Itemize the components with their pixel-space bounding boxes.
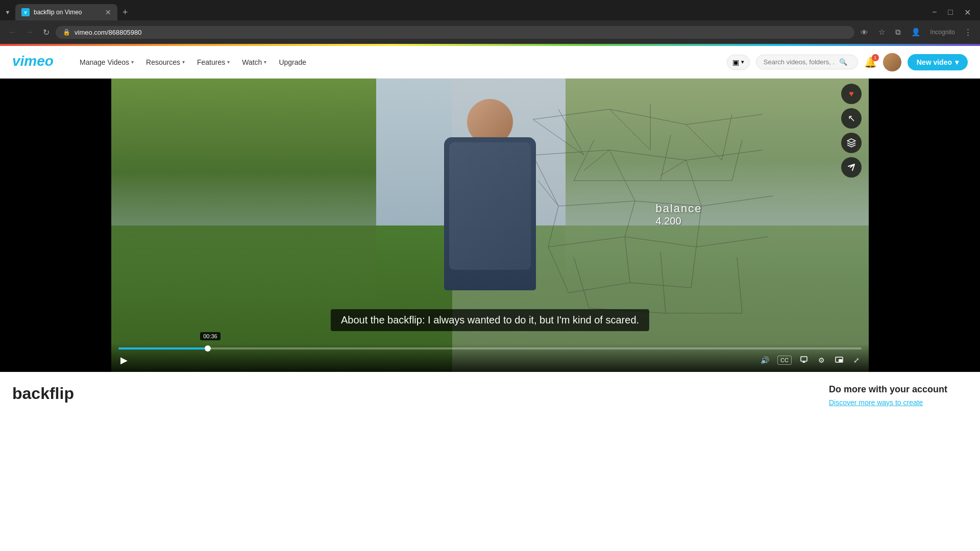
svg-text:vimeo: vimeo: [12, 53, 54, 68]
black-sidebar-right: [869, 79, 980, 372]
vimeo-logo[interactable]: vimeo: [12, 53, 58, 71]
chevron-down-icon: ▾: [227, 59, 230, 65]
svg-rect-45: [839, 359, 842, 362]
nav-watch[interactable]: Watch ▾: [237, 54, 272, 70]
main-nav: Manage Videos ▾ Resources ▾ Features ▾ W…: [75, 54, 715, 70]
tab-close-button[interactable]: ✕: [105, 8, 111, 16]
svg-line-40: [732, 140, 742, 181]
new-video-button[interactable]: New video ▾: [908, 54, 968, 70]
video-player[interactable]: balance 4.200 About the backflip: I alwa…: [111, 79, 869, 372]
back-button[interactable]: ←: [5, 26, 19, 39]
avatar-image: [883, 53, 901, 71]
menu-button[interactable]: ⋮: [961, 26, 975, 39]
search-icon: 🔍: [839, 58, 847, 66]
svg-line-35: [737, 257, 742, 313]
user-avatar[interactable]: [883, 53, 901, 71]
svg-line-9: [686, 150, 763, 160]
maximize-button[interactable]: □: [943, 6, 958, 19]
chevron-down-icon: ▾: [131, 59, 134, 65]
nav-upgrade[interactable]: Upgrade: [274, 54, 311, 70]
incognito-label: Incognito: [928, 29, 957, 36]
nav-resources[interactable]: Resources ▾: [141, 54, 190, 70]
tab-list-button[interactable]: ▼: [0, 4, 15, 20]
svg-line-12: [686, 160, 701, 206]
lock-icon: 🔒: [63, 29, 70, 36]
chevron-down-icon: ▾: [264, 59, 266, 65]
toolbar-actions: 👁 ☆ ⧉ 👤 Incognito ⋮: [857, 26, 975, 39]
cursor-button[interactable]: ↖: [841, 108, 862, 129]
captions-button[interactable]: CC: [777, 356, 792, 365]
screen-select-btn[interactable]: ▣ ▾: [727, 55, 750, 70]
svg-line-5: [609, 109, 650, 150]
svg-line-26: [630, 283, 691, 288]
video-container: balance 4.200 About the backflip: I alwa…: [0, 79, 980, 372]
notification-icon[interactable]: 🔔 1: [864, 56, 877, 68]
search-box[interactable]: 🔍: [756, 55, 858, 69]
svg-line-32: [722, 114, 732, 160]
bookmark-icon[interactable]: ☆: [875, 26, 888, 39]
extension-icon[interactable]: ⧉: [892, 26, 904, 39]
time-tooltip: 00:36: [200, 332, 220, 340]
share-button[interactable]: [841, 157, 862, 178]
svg-line-18: [696, 237, 768, 247]
browser-chrome: ▼ v backflip on Vimeo ✕ + − □ ✕ ← → ↻ 🔒 …: [0, 0, 980, 44]
airplay-button[interactable]: [798, 355, 810, 366]
tab-favicon: v: [21, 8, 30, 16]
video-subtitle: About the backflip: I always wanted to d…: [331, 309, 649, 331]
like-button[interactable]: ♥: [841, 84, 862, 104]
trees-left: [111, 79, 376, 313]
balance-label: balance: [655, 202, 702, 215]
close-window-button[interactable]: ✕: [959, 6, 976, 19]
progress-bar[interactable]: 00:36: [118, 347, 862, 349]
video-overlay-text: balance 4.200: [655, 202, 702, 227]
svg-line-15: [701, 196, 773, 206]
video-controls: 00:36 ▶ 🔊 CC ⚙: [111, 343, 869, 372]
promo-link[interactable]: Discover more ways to create: [829, 398, 923, 407]
browser-tab-active[interactable]: v backflip on Vimeo ✕: [15, 4, 117, 20]
controls-row: ▶ 🔊 CC ⚙ ⤢: [118, 354, 862, 367]
fullscreen-button[interactable]: ⤢: [851, 355, 862, 365]
svg-line-2: [609, 109, 686, 124]
promo-box: Do more with your account Discover more …: [817, 384, 980, 407]
svg-line-20: [625, 201, 635, 237]
svg-line-24: [691, 247, 696, 288]
eye-icon[interactable]: 👁: [857, 26, 871, 39]
nav-manage-videos[interactable]: Manage Videos ▾: [75, 54, 139, 70]
search-input[interactable]: [764, 58, 835, 66]
video-scene: balance 4.200 About the backflip: I alwa…: [111, 79, 869, 372]
nav-features[interactable]: Features ▾: [192, 54, 235, 70]
svg-line-23: [625, 237, 630, 283]
black-sidebar-left: [0, 79, 111, 372]
balance-value: 4.200: [655, 215, 702, 227]
svg-line-3: [686, 114, 763, 124]
svg-line-8: [609, 150, 686, 160]
settings-button[interactable]: ⚙: [816, 355, 827, 365]
chevron-down-icon: ▾: [182, 59, 185, 65]
layers-button[interactable]: [841, 133, 862, 153]
forward-button[interactable]: →: [22, 26, 37, 39]
minimize-button[interactable]: −: [927, 6, 942, 19]
browser-tabs: ▼ v backflip on Vimeo ✕ + − □ ✕: [0, 0, 980, 20]
below-video-area: backflip Do more with your account Disco…: [0, 372, 980, 407]
browser-toolbar: ← → ↻ 🔒 vimeo.com/868805980 👁 ☆ ⧉ 👤 Inco…: [0, 20, 980, 44]
progress-fill: [118, 347, 208, 349]
url-text: vimeo.com/868805980: [75, 29, 142, 36]
video-sidebar-actions: ♥ ↖: [841, 84, 862, 178]
new-tab-button[interactable]: +: [117, 7, 133, 18]
volume-button[interactable]: 🔊: [758, 355, 771, 365]
play-button[interactable]: ▶: [118, 354, 130, 367]
svg-line-11: [609, 150, 635, 201]
pip-button[interactable]: [833, 355, 845, 366]
chevron-down-icon: ▾: [955, 58, 959, 66]
reload-button[interactable]: ↻: [40, 26, 53, 39]
tab-title: backflip on Vimeo: [34, 9, 101, 16]
profile-icon[interactable]: 👤: [908, 26, 924, 39]
address-bar[interactable]: 🔒 vimeo.com/868805980: [56, 26, 854, 39]
progress-thumb[interactable]: [205, 345, 211, 352]
svg-line-39: [660, 135, 671, 181]
window-controls: − □ ✕: [927, 6, 980, 19]
svg-rect-43: [801, 357, 807, 361]
svg-line-17: [625, 237, 696, 247]
video-title: backflip: [12, 384, 804, 403]
notification-badge: 1: [872, 54, 879, 61]
